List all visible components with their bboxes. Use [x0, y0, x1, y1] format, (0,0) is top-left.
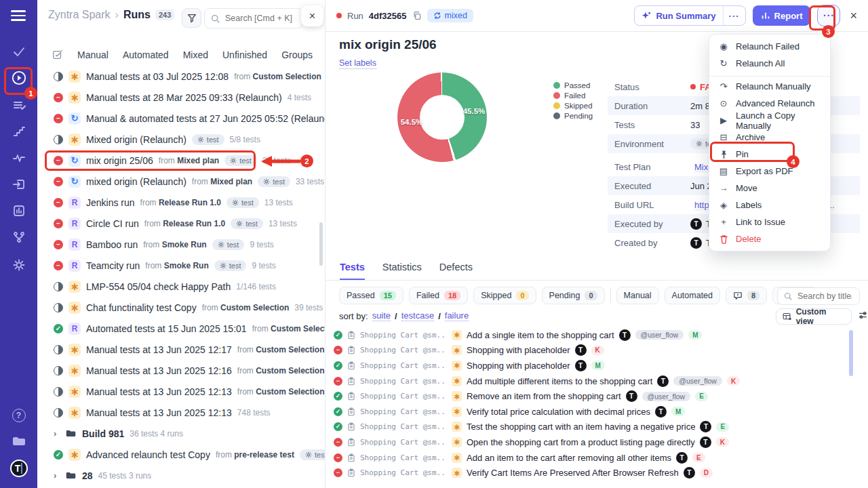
reports-icon[interactable] — [0, 204, 37, 218]
menu-item[interactable] — [709, 72, 830, 78]
run-row[interactable]: › ✓− ∗ ↻ R Manual tests at 03 Jul 2025 1… — [37, 66, 326, 87]
filter-button[interactable]: Failed 18 — [409, 287, 468, 304]
check-icon[interactable] — [0, 45, 37, 58]
filter-button[interactable]: Manual — [616, 287, 659, 304]
run-row[interactable]: › ✓− ∗ ↻ R Manual tests at 28 Mar 2025 0… — [37, 87, 326, 108]
projects-folder-icon[interactable] — [0, 434, 37, 448]
run-row[interactable]: › ✓− ∗ ↻ R Manual & automated tests at 2… — [37, 108, 326, 129]
menu-item-move[interactable]: → Move — [709, 180, 830, 197]
tests-search-input[interactable] — [796, 291, 853, 302]
menu-item-labels[interactable]: ◈ Labels — [709, 197, 830, 214]
run-row[interactable]: › ✓− ∗ ↻ R Jenkins run from Release Run … — [37, 192, 326, 213]
menu-item-relaunch-all[interactable]: ↻ Relaunch All — [709, 55, 830, 72]
close-run-icon[interactable]: × — [850, 9, 857, 23]
test-row[interactable]: ✓− Shopping Cart @sm... ∗ Verify total p… — [334, 404, 860, 420]
test-row[interactable]: ✓− Shopping Cart @sm... ∗ Add a single i… — [334, 327, 860, 343]
comment-alert-filter-button[interactable]: 8 — [726, 287, 767, 304]
chevron-right-icon[interactable]: › — [54, 428, 59, 439]
import-icon[interactable] — [0, 178, 37, 191]
steps-icon[interactable] — [0, 125, 37, 138]
run-row[interactable]: › ✓− ∗ ↻ R Build 981 36 tests 4 runs — [37, 423, 326, 444]
menu-item-advanced-relaunch[interactable]: ⊙ Advanced Relaunch — [709, 95, 830, 112]
filter-button[interactable]: Automated — [665, 287, 720, 304]
run-row[interactable]: › ✓− ∗ ↻ R 28 45 tests 3 runs — [37, 465, 326, 486]
test-row[interactable]: ✓− Shopping Cart @sm... ∗ Shopping with … — [334, 358, 860, 373]
pulse-icon[interactable] — [0, 151, 37, 165]
filter-button[interactable]: Passed 15 — [339, 287, 403, 304]
menu-item-delete[interactable]: Delete — [709, 230, 830, 247]
run-row[interactable]: › ✓− ∗ ↻ R Manual tests at 13 Jun 2025 1… — [37, 402, 326, 423]
filter-funnel-button[interactable] — [182, 8, 201, 28]
chevron-right-icon[interactable]: › — [54, 470, 59, 481]
menu-item-link-issue[interactable]: + Link to Issue — [709, 214, 830, 230]
run-row[interactable]: › ✓− ∗ ↻ R LMP-554 05/04 check Happy Pat… — [37, 276, 326, 297]
run-row[interactable]: › ✓− ∗ ↻ R mixed origin (Relaunch) from … — [37, 171, 326, 192]
run-row[interactable]: › ✓− ∗ ↻ R Advanced relaunch test Copy f… — [37, 444, 326, 465]
run-title: Build 981 — [82, 428, 124, 439]
menu-item-relaunch-manually[interactable]: ↷ Relaunch Manually — [709, 78, 830, 95]
run-row[interactable]: › ✓− ∗ ↻ R Bamboo run from Smoke Run tes… — [37, 234, 326, 255]
custom-view-button[interactable]: Custom view — [776, 308, 852, 325]
runs-tab[interactable]: Groups — [281, 49, 313, 60]
report-button[interactable]: Report — [753, 5, 811, 26]
copy-icon[interactable] — [412, 11, 422, 20]
select-runs-icon[interactable] — [52, 49, 63, 60]
settings-gear-icon[interactable] — [0, 258, 37, 272]
breadcrumb-project[interactable]: Zyntra Spark — [48, 9, 111, 21]
run-summary-button[interactable]: Run Summary ··· — [634, 5, 745, 26]
run-source: from Custom Selection — [202, 303, 290, 312]
run-row[interactable]: › ✓− ∗ ↻ R Chat functinality test Copy f… — [37, 297, 326, 318]
run-title: Advanced relaunch test Copy — [86, 449, 210, 460]
tab[interactable]: Tests — [340, 262, 365, 280]
list-check-icon[interactable] — [0, 98, 37, 112]
menu-item-export-pdf[interactable]: ▤ Export as PDF — [709, 163, 830, 180]
run-meta: 36 tests 4 runs — [130, 429, 183, 439]
menu-icon[interactable] — [11, 10, 26, 24]
menu-item-relaunch-failed[interactable]: ◉ Relaunch Failed — [709, 38, 830, 55]
tab[interactable]: Statistics — [382, 262, 422, 280]
run-row[interactable]: › ✓− ∗ ↻ R Automated tests at 15 Jun 202… — [37, 318, 326, 339]
branches-icon[interactable] — [0, 230, 37, 244]
close-panel-button[interactable]: × — [301, 5, 323, 26]
test-row[interactable]: ✓− Shopping Cart @sm... ∗ Add multiple d… — [334, 373, 860, 389]
run-meta: 33 tests — [296, 177, 324, 186]
runs-scrollbar[interactable] — [319, 222, 323, 266]
run-summary-more-button[interactable]: ··· — [723, 6, 745, 25]
test-row[interactable]: ✓− Shopping Cart @sm... ∗ Add an item to… — [334, 450, 860, 466]
run-row[interactable]: › ✓− ∗ ↻ R Teamcity run from Smoke Run t… — [37, 255, 326, 276]
test-row[interactable]: ✓− Shopping Cart @sm... ∗ Test the shopp… — [334, 420, 860, 435]
tab[interactable]: Defects — [439, 262, 473, 280]
avatar[interactable]: T — [0, 460, 37, 477]
sort-by-suite[interactable]: suite — [372, 310, 391, 321]
filter-button[interactable]: Pending 0 — [542, 287, 605, 304]
filter-button[interactable]: Skipped 0 — [473, 287, 536, 304]
menu-item-icon: ▤ — [718, 166, 729, 176]
filter-button[interactable] — [610, 288, 611, 303]
set-labels-link[interactable]: Set labels — [339, 58, 376, 69]
test-row[interactable]: ✓− Shopping Cart @sm... ∗ Verify Cart It… — [334, 465, 860, 481]
tests-scrollbar[interactable] — [849, 330, 853, 376]
test-row[interactable]: ✓− Shopping Cart @sm... ∗ Open the shopp… — [334, 434, 860, 450]
run-status-icon: ✓− — [54, 93, 63, 102]
clipboard-icon — [347, 392, 355, 401]
runs-tab[interactable]: Manual — [77, 49, 108, 60]
test-row[interactable]: ✓− Shopping Cart @sm... ∗ Shopping with … — [334, 343, 860, 359]
run-title: Manual tests at 28 Mar 2025 09:33 (Relau… — [86, 92, 282, 103]
menu-item-launch-copy[interactable]: ▶ Launch a Copy Manually — [709, 112, 830, 129]
runs-search-input[interactable] — [224, 13, 296, 24]
sort-by-testcase[interactable]: testcase — [401, 310, 434, 321]
runs-tab[interactable]: Unfinished — [222, 49, 267, 60]
run-row[interactable]: › ✓− ∗ ↻ R Mixed origin (Relaunch) test … — [37, 129, 326, 150]
test-row[interactable]: ✓− Shopping Cart @sm... ∗ Remove an item… — [334, 388, 860, 404]
view-settings-icon[interactable] — [858, 310, 868, 323]
runs-search[interactable] — [204, 8, 303, 28]
run-row[interactable]: › ✓− ∗ ↻ R Circle CI run from Release Ru… — [37, 213, 326, 234]
run-row[interactable]: › ✓− ∗ ↻ R Manual tests at 13 Jun 2025 1… — [37, 339, 326, 360]
run-row[interactable]: › ✓− ∗ ↻ R Manual tests at 13 Jun 2025 1… — [37, 381, 326, 402]
sort-by-failure[interactable]: failure — [445, 310, 469, 321]
tests-search[interactable] — [777, 287, 860, 305]
help-icon[interactable]: ? — [0, 409, 37, 422]
runs-tab[interactable]: Mixed — [183, 49, 208, 60]
runs-tab[interactable]: Automated — [123, 49, 169, 60]
run-row[interactable]: › ✓− ∗ ↻ R Manual tests at 13 Jun 2025 1… — [37, 360, 326, 381]
